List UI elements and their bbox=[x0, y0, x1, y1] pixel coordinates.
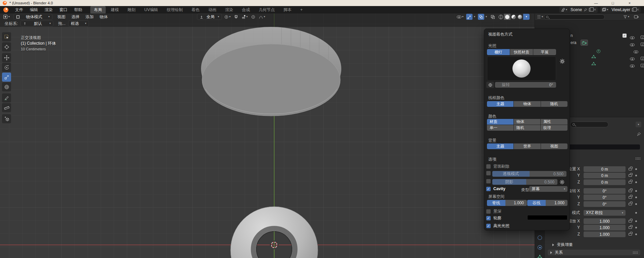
shading-wireframe-button[interactable] bbox=[498, 14, 504, 20]
keyframe-dot[interactable] bbox=[635, 233, 637, 235]
rotation-mode-dropdown[interactable]: XYZ 欧拉▾ bbox=[584, 210, 626, 216]
tool-annotate[interactable] bbox=[2, 93, 11, 102]
lock-open-icon[interactable] bbox=[629, 168, 632, 170]
backface-checkbox[interactable] bbox=[486, 164, 491, 169]
add-workspace-button[interactable]: + bbox=[297, 6, 306, 13]
blender-menu-icon[interactable] bbox=[3, 7, 8, 12]
scale-x-field[interactable]: 1.000 bbox=[584, 218, 626, 224]
shading-rendered-button[interactable] bbox=[517, 14, 523, 20]
tool-orientation-dropdown[interactable]: 默认 ▾ bbox=[20, 20, 53, 27]
keyframe-dot[interactable] bbox=[635, 227, 637, 228]
show-overlays-toggle[interactable] bbox=[478, 14, 484, 20]
location-z-field[interactable]: 0 m bbox=[584, 179, 626, 185]
wire-random-button[interactable]: 随机 bbox=[541, 101, 567, 107]
hide-eye-icon[interactable] bbox=[630, 43, 635, 46]
keyframe-dot[interactable] bbox=[635, 175, 637, 176]
wire-theme-button[interactable]: 主题 bbox=[487, 101, 513, 107]
background-world-button[interactable]: 世界 bbox=[514, 143, 540, 149]
specular-checkbox[interactable]: ✓ bbox=[486, 224, 491, 228]
background-viewport-button[interactable]: 视图 bbox=[541, 143, 567, 149]
physics-tab-icon[interactable] bbox=[538, 235, 542, 240]
mode-dropdown[interactable]: 物体模式 ▾ bbox=[13, 14, 52, 20]
tab-compositing[interactable]: 合成 bbox=[238, 6, 254, 14]
tab-animation[interactable]: 动画 bbox=[205, 6, 220, 14]
transform-delta-panel-header[interactable]: 变换增量 bbox=[552, 242, 573, 248]
world-lighting-button[interactable] bbox=[486, 82, 494, 88]
tab-rendering[interactable]: 渲染 bbox=[221, 6, 237, 14]
scale-y-field[interactable]: 1.000 bbox=[584, 225, 626, 230]
gear-icon[interactable] bbox=[559, 58, 565, 64]
shading-dropdown-open[interactable]: ▾ bbox=[523, 14, 530, 20]
camera-data-badge[interactable] bbox=[581, 40, 588, 46]
cavity-type-dropdown[interactable]: 屏幕 ▾ bbox=[529, 186, 567, 192]
tab-shading[interactable]: 着色 bbox=[188, 6, 203, 14]
tab-geometry-nodes[interactable]: 几何节点 bbox=[255, 6, 279, 14]
proportional-editing-toggle[interactable] bbox=[250, 14, 256, 20]
menu-add[interactable]: 添加 bbox=[83, 14, 97, 20]
shading-solid-button[interactable] bbox=[504, 14, 510, 20]
viewlayer-name[interactable]: ViewLayer bbox=[611, 7, 630, 12]
delete-scene-icon[interactable]: × bbox=[594, 7, 596, 12]
maximize-button[interactable]: □ bbox=[608, 1, 617, 5]
new-collection-button[interactable] bbox=[634, 14, 639, 20]
snap-settings-dropdown[interactable]: ▾ bbox=[241, 14, 249, 20]
tab-uv-editing[interactable]: UV编辑 bbox=[141, 6, 162, 14]
outliner-display-mode[interactable]: ▾ bbox=[537, 15, 543, 19]
shadow-checkbox[interactable] bbox=[486, 179, 491, 183]
render-camera-icon[interactable] bbox=[641, 57, 644, 60]
collection-checkbox[interactable]: ✓ bbox=[623, 34, 627, 38]
tab-layout[interactable]: 布局 bbox=[90, 6, 106, 14]
location-y-field[interactable]: 0 m bbox=[584, 173, 626, 178]
gizmo-settings-dropdown[interactable]: ▾ bbox=[473, 14, 476, 20]
valley-slider[interactable]: 谷线 1.000 bbox=[527, 200, 567, 206]
editor-type-button[interactable]: ▾ bbox=[2, 14, 11, 20]
viewlayer-selector[interactable]: ▾ ViewLayer × bbox=[600, 7, 641, 13]
pivot-point-dropdown[interactable]: ▾ bbox=[223, 14, 232, 20]
dof-checkbox[interactable] bbox=[486, 209, 491, 214]
shadow-slider[interactable]: 阴影 0.500 bbox=[492, 179, 557, 185]
xray-checkbox[interactable] bbox=[486, 171, 491, 175]
color-material-button[interactable]: 材质 bbox=[487, 119, 513, 125]
lock-open-icon[interactable] bbox=[629, 174, 632, 177]
outliner-search-input[interactable] bbox=[544, 14, 605, 19]
scale-z-field[interactable]: 1.000 bbox=[584, 231, 626, 237]
hide-eye-icon[interactable] bbox=[630, 64, 635, 68]
new-viewlayer-icon[interactable] bbox=[632, 8, 635, 11]
transform-orientation-dropdown[interactable]: 全局 ▾ bbox=[197, 14, 222, 20]
ridge-slider[interactable]: 脊线 1.000 bbox=[487, 200, 527, 206]
properties-options-dropdown[interactable]: ▾ bbox=[636, 122, 641, 127]
close-button[interactable]: × bbox=[625, 1, 634, 5]
rotation-x-field[interactable]: 0° bbox=[584, 188, 626, 194]
relations-panel-header[interactable]: 关系 bbox=[548, 250, 640, 255]
keyframe-dot[interactable] bbox=[635, 220, 637, 222]
tool-transform[interactable] bbox=[2, 82, 11, 91]
overlay-settings-dropdown[interactable]: ▾ bbox=[485, 14, 488, 20]
menu-select[interactable]: 选择 bbox=[68, 14, 83, 20]
location-x-field[interactable]: 0 m bbox=[584, 166, 626, 172]
properties-search-input[interactable] bbox=[570, 122, 608, 127]
rotation-y-field[interactable]: 0° bbox=[584, 195, 626, 200]
falloff-dropdown[interactable]: ▾ bbox=[258, 14, 266, 20]
color-attribute-button[interactable]: 属性 bbox=[541, 119, 567, 125]
color-object-button[interactable]: 物体 bbox=[514, 119, 540, 125]
keyframe-dot[interactable] bbox=[635, 197, 637, 198]
snap-toggle[interactable] bbox=[233, 14, 239, 20]
panel-grip[interactable] bbox=[633, 251, 638, 254]
menu-file[interactable]: 文件 bbox=[12, 6, 27, 13]
keyframe-dot[interactable] bbox=[635, 212, 637, 214]
keyframe-dot[interactable] bbox=[635, 181, 637, 183]
outline-checkbox[interactable]: ✓ bbox=[486, 216, 491, 220]
lighting-studio-button[interactable]: 棚灯 bbox=[487, 49, 510, 55]
keyframe-dot[interactable] bbox=[635, 203, 637, 205]
color-random-button[interactable]: 随机 bbox=[514, 125, 540, 131]
tool-move[interactable] bbox=[2, 53, 11, 62]
scene-name[interactable]: Scene bbox=[571, 7, 582, 12]
rotation-z-field[interactable]: 0° bbox=[584, 201, 626, 207]
constraints-tab-icon[interactable] bbox=[538, 245, 542, 250]
show-gizmo-toggle[interactable] bbox=[466, 14, 473, 20]
tab-modeling[interactable]: 建模 bbox=[107, 6, 122, 14]
lock-open-icon[interactable] bbox=[629, 196, 632, 199]
menu-view[interactable]: 视图 bbox=[54, 14, 68, 20]
studiolight-preview[interactable] bbox=[487, 56, 556, 81]
menu-window[interactable]: 窗口 bbox=[56, 6, 71, 13]
